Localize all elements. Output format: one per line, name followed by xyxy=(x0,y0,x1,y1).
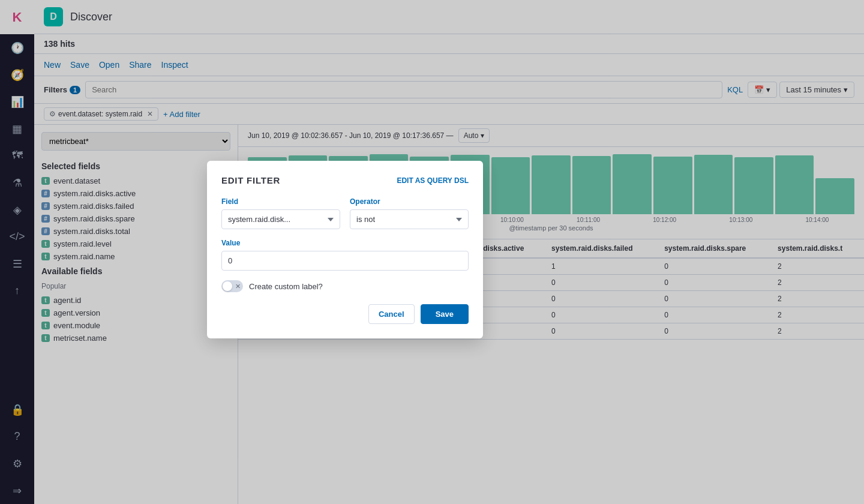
cancel-button[interactable]: Cancel xyxy=(368,304,415,324)
custom-label-row: ✕ Create custom label? xyxy=(221,280,469,292)
modal-actions: Cancel Save xyxy=(221,304,469,324)
value-label: Value xyxy=(221,239,469,247)
edit-as-query-dsl-button[interactable]: EDIT AS QUERY DSL xyxy=(397,176,469,185)
toggle-knob xyxy=(223,281,232,291)
value-input[interactable] xyxy=(221,251,469,271)
field-label: Field xyxy=(221,197,340,206)
edit-filter-modal: EDIT FILTER EDIT AS QUERY DSL Field syst… xyxy=(207,161,483,338)
save-button[interactable]: Save xyxy=(421,304,469,324)
modal-title: EDIT FILTER xyxy=(221,175,280,185)
value-group: Value xyxy=(221,239,469,271)
custom-label-toggle[interactable]: ✕ xyxy=(221,280,243,292)
toggle-x-icon: ✕ xyxy=(235,283,241,290)
field-select[interactable]: system.raid.disk... xyxy=(221,209,340,229)
operator-select[interactable]: is not xyxy=(350,209,469,229)
field-operator-row: Field system.raid.disk... Operator is no… xyxy=(221,197,469,229)
field-group: Field system.raid.disk... xyxy=(221,197,340,229)
operator-group: Operator is not xyxy=(350,197,469,229)
modal-header: EDIT FILTER EDIT AS QUERY DSL xyxy=(221,175,469,185)
operator-label: Operator xyxy=(350,197,469,206)
custom-label-text: Create custom label? xyxy=(249,282,323,291)
